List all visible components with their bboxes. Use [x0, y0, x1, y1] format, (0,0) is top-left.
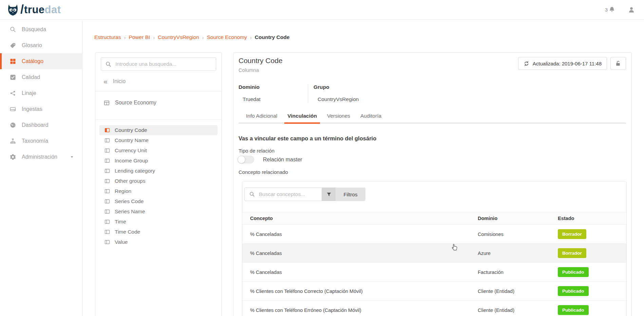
meta-label: Grupo	[314, 84, 359, 90]
breadcrumb-link-estructuras[interactable]: Estructuras	[94, 34, 121, 40]
relation-type-label: Tipo de relación	[239, 148, 274, 154]
table-row[interactable]: % CanceladasComisionesBorrador	[242, 225, 626, 244]
column-item-label: Currency Unit	[115, 147, 147, 154]
tab-info-adicional[interactable]: Info Adicional	[243, 110, 280, 124]
sidebar-item-ingestas[interactable]: Ingestas	[0, 101, 82, 117]
column-item-label: Time	[115, 219, 126, 225]
cell-estado: Publicado	[558, 286, 626, 296]
breadcrumb-link-countryvsregion[interactable]: CountryVsRegion	[158, 34, 199, 40]
column-item-series-code[interactable]: Series Code	[99, 196, 217, 206]
column-icon	[104, 198, 110, 204]
status-badge: Publicado	[558, 267, 589, 277]
tab-vinculacion[interactable]: Vinculación	[284, 110, 320, 124]
column-item-lending-category[interactable]: Lending category	[99, 166, 217, 176]
sidebar-item-dashboard[interactable]: Dashboard	[0, 117, 82, 133]
table-row[interactable]: % Clientes con Teléfono Correcto (Captac…	[242, 282, 626, 301]
detail-card: Country Code Columna Actualizada: 2019-0…	[233, 52, 632, 316]
column-item-value[interactable]: Value	[99, 237, 217, 247]
sidebar-item-calidad[interactable]: Calidad	[0, 69, 82, 85]
related-concept-label: Concepto relacionado	[239, 169, 288, 175]
table-row[interactable]: % CanceladasFacturaciónPublicado	[242, 263, 626, 282]
app-logo[interactable]: / true dat	[6, 2, 61, 17]
logo-slash: /	[20, 2, 24, 17]
meta-block-dominio: DominioTruedat	[239, 84, 308, 102]
breadcrumb-separator: ›	[202, 35, 204, 40]
back-to-home[interactable]: « Inicio	[95, 77, 222, 86]
cell-estado: Publicado	[558, 305, 626, 315]
sidebar-item-label: Glosario	[22, 42, 42, 48]
lock-button[interactable]	[610, 57, 626, 70]
page-title: Country Code	[239, 57, 283, 65]
sidebar-item-administracion[interactable]: Administración	[0, 149, 82, 165]
meta-block-grupo: GrupoCountryVsRegion	[308, 84, 359, 102]
back-label: Inicio	[113, 78, 126, 84]
app-window: / true dat 3 BúsquedaG	[0, 0, 644, 316]
search-icon	[10, 26, 16, 33]
column-item-series-name[interactable]: Series Name	[99, 206, 217, 217]
app-header: / true dat 3	[0, 0, 644, 20]
gauge-icon	[10, 122, 16, 129]
sidebar-item-label: Linaje	[22, 90, 36, 96]
notifications-button[interactable]: 3	[605, 6, 615, 13]
cell-concepto: % Canceladas	[242, 232, 478, 237]
relation-master-toggle[interactable]	[238, 156, 254, 163]
meta-value: Truedat	[239, 96, 308, 102]
table-row[interactable]: % CanceladasAzureBorrador	[242, 244, 626, 263]
column-icon	[104, 168, 110, 174]
column-item-time-code[interactable]: Time Code	[99, 227, 217, 237]
cell-dominio: Comisiones	[478, 232, 558, 237]
column-item-other-groups[interactable]: Other groups	[99, 176, 217, 186]
cell-estado: Publicado	[558, 267, 626, 277]
sidebar-item-label: Taxonomía	[22, 138, 48, 144]
sidebar-item-glosario[interactable]: Glosario	[0, 37, 82, 53]
structure-type-label: Columna	[239, 67, 259, 73]
column-item-income-group[interactable]: Income Group	[99, 156, 217, 166]
column-icon	[104, 127, 110, 133]
sidebar: BúsquedaGlosarioCatálogoCalidadLinajeIng…	[0, 20, 82, 316]
refresh-icon	[524, 61, 529, 66]
breadcrumb-current: Country Code	[255, 34, 289, 40]
server-icon	[10, 106, 16, 113]
cell-dominio: Cliente (Entidad)	[478, 308, 558, 313]
breadcrumb: Estructuras›Power BI›CountryVsRegion›Sou…	[94, 34, 289, 40]
column-item-time[interactable]: Time	[99, 217, 217, 227]
concepts-table: ConceptoDominioEstado % CanceladasComisi…	[242, 212, 626, 316]
column-item-country-code[interactable]: Country Code	[99, 125, 217, 135]
sidebar-item-linaje[interactable]: Linaje	[0, 85, 82, 101]
column-item-label: Country Code	[115, 127, 147, 133]
sidebar-item-label: Catálogo	[22, 58, 43, 64]
cell-estado: Borrador	[558, 248, 626, 258]
sidebar-item-label: Dashboard	[22, 122, 48, 128]
structure-search-input[interactable]	[115, 61, 212, 67]
filter-icon-button[interactable]	[322, 187, 336, 201]
cell-concepto: % Clientes con Teléfono Correcto (Captac…	[242, 289, 478, 294]
table-row[interactable]: % Clientes con Teléfono Erróneo (Captaci…	[242, 301, 626, 316]
column-icon	[104, 137, 110, 143]
user-avatar-icon[interactable]	[628, 6, 635, 14]
relation-master-label: Relación master	[263, 157, 302, 163]
column-item-region[interactable]: Region	[99, 186, 217, 196]
header-actions: 3	[605, 6, 635, 14]
updated-button[interactable]: Actualizada: 2019-06-17 11:48	[518, 57, 607, 70]
breadcrumb-link-power-bi[interactable]: Power BI	[129, 34, 150, 40]
filters-button[interactable]: Filtros	[336, 187, 365, 201]
parent-structure-item[interactable]: Source Economy	[95, 92, 222, 114]
sidebar-item-catalogo[interactable]: Catálogo	[0, 53, 82, 69]
concept-search-input[interactable]	[259, 191, 317, 197]
sidebar-item-taxonomia[interactable]: Taxonomía	[0, 133, 82, 149]
status-badge: Publicado	[558, 305, 589, 315]
column-item-country-name[interactable]: Country Name	[99, 135, 217, 145]
column-header-dominio: Dominio	[478, 216, 558, 221]
link-section-heading: Vas a vincular este campo a un término d…	[239, 135, 376, 142]
status-badge: Borrador	[558, 248, 586, 258]
lock-open-icon	[615, 60, 622, 67]
status-badge: Publicado	[558, 286, 589, 296]
tab-auditoria[interactable]: Auditoría	[357, 110, 384, 124]
sidebar-item-busqueda[interactable]: Búsqueda	[0, 21, 82, 37]
column-item-currency-unit[interactable]: Currency Unit	[99, 145, 217, 156]
tab-versiones[interactable]: Versiones	[324, 110, 353, 124]
column-icon	[104, 239, 110, 245]
breadcrumb-link-source-economy[interactable]: Source Economy	[207, 34, 247, 40]
breadcrumb-separator: ›	[153, 35, 155, 40]
column-item-label: Series Name	[115, 209, 145, 215]
